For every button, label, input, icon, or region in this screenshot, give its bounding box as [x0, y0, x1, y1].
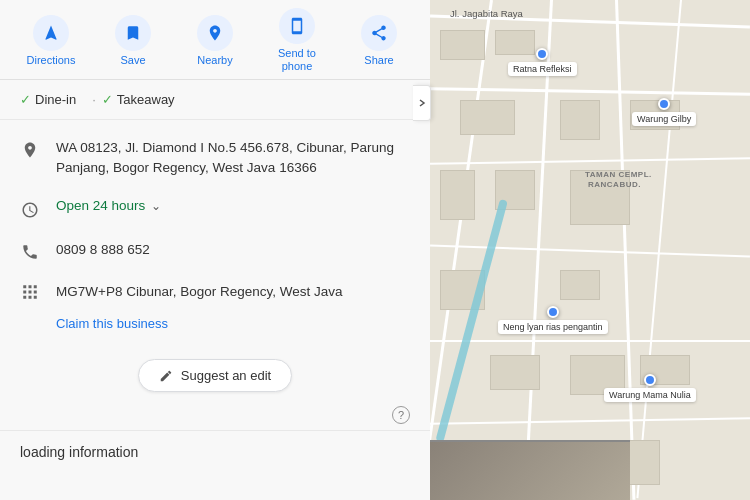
pin-dot-neng: [547, 306, 559, 318]
help-section: ?: [0, 406, 430, 430]
suggest-edit-button[interactable]: Suggest an edit: [138, 359, 292, 392]
pin-dot-gilby: [658, 98, 670, 110]
loading-section: loading information: [0, 430, 430, 461]
directions-label: Directions: [27, 54, 76, 67]
bookmark-icon: [124, 24, 142, 42]
map-pin-neng[interactable]: Neng lyan rias pengantin: [498, 306, 608, 334]
service-options-row: ✓ Dine-in · ✓ Takeaway: [0, 80, 430, 120]
claim-business-label: Claim this business: [56, 316, 168, 331]
phone-content: 0809 8 888 652: [56, 240, 410, 260]
grid-icon: [21, 283, 39, 301]
pin-icon: [21, 141, 39, 159]
road-horizontal-3: [430, 157, 750, 165]
phone-icon: [20, 242, 40, 262]
content-area: ✓ Dine-in · ✓ Takeaway WA 08123, Jl. Dia…: [0, 80, 430, 500]
share-button[interactable]: Share: [351, 15, 407, 67]
directions-button[interactable]: Directions: [23, 15, 79, 67]
tag-separator: ·: [92, 92, 96, 107]
share-icon-bg: [361, 15, 397, 51]
hours-row[interactable]: Open 24 hours ⌄: [0, 188, 430, 230]
directions-icon: [42, 24, 60, 42]
expand-panel-button[interactable]: [413, 85, 431, 121]
plus-code-icon: [20, 282, 40, 302]
pin-label-ratna: Ratna Refleksi: [508, 62, 577, 76]
share-label: Share: [364, 54, 393, 67]
share-icon: [370, 24, 388, 42]
photo-strip-bg: [430, 442, 630, 500]
building-block-10: [560, 270, 600, 300]
help-icon-button[interactable]: ?: [392, 406, 410, 424]
help-question-mark: ?: [398, 409, 404, 421]
plus-code-row: MG7W+P8 Cibunar, Bogor Regency, West Jav…: [0, 272, 430, 312]
pin-label-gilby: Warung Gilby: [632, 112, 696, 126]
map-background: Jl. Jagabita Raya Ratna Refleksi Warung …: [430, 0, 750, 500]
loading-section-title: loading information: [20, 444, 138, 460]
map-pin-warung-mama[interactable]: Warung Mama Nulia: [604, 374, 696, 402]
clock-icon: [20, 200, 40, 220]
address-text: WA 08123, Jl. Diamond I No.5 456.678, Ci…: [56, 140, 394, 175]
plus-code-content: MG7W+P8 Cibunar, Bogor Regency, West Jav…: [56, 282, 410, 302]
dine-in-check: ✓: [20, 92, 31, 107]
map-pin-ratna[interactable]: Ratna Refleksi: [508, 48, 577, 76]
map-panel[interactable]: Jl. Jagabita Raya Ratna Refleksi Warung …: [430, 0, 750, 500]
save-label: Save: [120, 54, 145, 67]
send-to-phone-button[interactable]: Send to phone: [269, 8, 325, 73]
nearby-icon: [206, 24, 224, 42]
pin-label-neng: Neng lyan rias pengantin: [498, 320, 608, 334]
address-content: WA 08123, Jl. Diamond I No.5 456.678, Ci…: [56, 138, 410, 178]
building-block-1: [440, 30, 485, 60]
road-horizontal-4: [430, 244, 750, 257]
info-section: WA 08123, Jl. Diamond I No.5 456.678, Ci…: [0, 120, 430, 349]
save-icon-bg: [115, 15, 151, 51]
toolbar: Directions Save Nearby: [0, 0, 430, 80]
suggest-edit-label: Suggest an edit: [181, 368, 271, 383]
nearby-icon-bg: [197, 15, 233, 51]
taman-label: TAMAN CEMPL.: [585, 170, 652, 179]
rancabud-label: RANCABUD.: [588, 180, 641, 189]
hours-text: Open 24 hours: [56, 198, 145, 213]
building-block-4: [560, 100, 600, 140]
chevron-right-icon: [417, 98, 427, 108]
phone-row[interactable]: 0809 8 888 652: [0, 230, 430, 272]
save-button[interactable]: Save: [105, 15, 161, 67]
claim-business-button[interactable]: Claim this business: [0, 312, 430, 341]
nearby-button[interactable]: Nearby: [187, 15, 243, 67]
phone-icon: [288, 17, 306, 35]
dine-in-label: Dine-in: [35, 92, 76, 107]
chevron-down-icon[interactable]: ⌄: [151, 199, 161, 213]
address-row: WA 08123, Jl. Diamond I No.5 456.678, Ci…: [0, 128, 430, 188]
map-pin-warung-gilby[interactable]: Warung Gilby: [632, 98, 696, 126]
pin-dot-ratna: [536, 48, 548, 60]
road-label-jagabita: Jl. Jagabita Raya: [450, 8, 523, 19]
building-block-11: [490, 355, 540, 390]
time-icon: [21, 201, 39, 219]
pin-label-mama: Warung Mama Nulia: [604, 388, 696, 402]
send-phone-icon-bg: [279, 8, 315, 44]
location-icon: [20, 140, 40, 160]
info-panel: Directions Save Nearby: [0, 0, 430, 500]
takeaway-check: ✓: [102, 92, 113, 107]
road-horizontal-5: [430, 340, 750, 342]
open-hours-row[interactable]: Open 24 hours ⌄: [56, 198, 410, 213]
nearby-label: Nearby: [197, 54, 232, 67]
plus-code-text: MG7W+P8 Cibunar, Bogor Regency, West Jav…: [56, 284, 343, 299]
edit-icon: [159, 369, 173, 383]
building-block-3: [460, 100, 515, 135]
road-vertical-4: [636, 0, 682, 498]
road-vertical-3: [615, 0, 635, 500]
suggest-edit-section: Suggest an edit: [0, 349, 430, 406]
photo-strip: [430, 440, 630, 500]
takeaway-label: Takeaway: [117, 92, 175, 107]
phone-text: 0809 8 888 652: [56, 242, 150, 257]
road-horizontal-6: [430, 417, 750, 425]
building-block-6: [440, 170, 475, 220]
hours-content: Open 24 hours ⌄: [56, 198, 410, 213]
call-icon: [21, 243, 39, 261]
send-phone-label: Send to phone: [278, 47, 316, 73]
pin-dot-mama: [644, 374, 656, 386]
directions-icon-bg: [33, 15, 69, 51]
